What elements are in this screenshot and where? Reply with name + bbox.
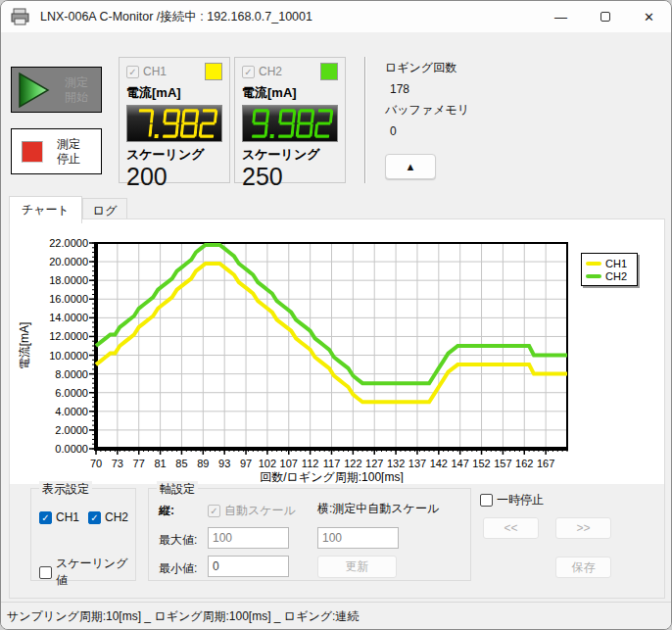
maximize-icon: [600, 12, 610, 22]
vertical-separator: [364, 57, 365, 183]
svg-text:18.0000: 18.0000: [49, 274, 88, 286]
axis-settings-group: 軸設定 縦: 自動スケール 横:測定中自動スケール 最大値: 最小値: 更新: [148, 488, 471, 581]
svg-text:20.0000: 20.0000: [49, 256, 88, 267]
svg-text:6.0000: 6.0000: [55, 387, 88, 399]
ch1-current-label: 電流[mA]: [126, 84, 222, 102]
svg-text:127: 127: [365, 458, 383, 469]
svg-text:117: 117: [323, 458, 341, 469]
measure-start-button[interactable]: 測定開始: [11, 67, 102, 113]
ch2-color-swatch: [320, 63, 338, 80]
logging-count-value: 178: [390, 82, 469, 96]
horizontal-axis-label: 横:測定中自動スケール: [317, 501, 439, 517]
svg-text:152: 152: [472, 458, 490, 469]
svg-text:77: 77: [133, 458, 145, 469]
ch1-seven-segment-display: [126, 105, 222, 142]
logging-count-label: ロギング回数: [385, 60, 469, 76]
autoscale-checkbox[interactable]: [208, 505, 220, 517]
min-value-input[interactable]: [208, 556, 289, 577]
svg-text:137: 137: [408, 458, 426, 469]
svg-text:157: 157: [494, 458, 511, 469]
maximize-button[interactable]: [583, 1, 627, 32]
ch2-scaling-value: 250: [242, 165, 338, 189]
buffer-memory-value: 0: [390, 124, 469, 138]
status-bar: サンプリング周期:10[ms] _ ロギング周期:100[ms] _ ロギング:…: [1, 602, 671, 630]
buffer-memory-label: バッファメモリ: [385, 102, 469, 119]
max-value-label: 最大値:: [159, 532, 197, 549]
pause-checkbox-row[interactable]: 一時停止: [480, 492, 544, 509]
pause-checkbox[interactable]: [480, 494, 493, 507]
start-label-line2: 開始: [65, 90, 88, 105]
svg-text:70: 70: [90, 458, 102, 469]
channel-panel-ch1: CH1 電流[mA] スケーリング 200: [119, 57, 230, 183]
legend-label-ch2: CH2: [605, 270, 627, 282]
svg-text:93: 93: [218, 458, 230, 469]
ch1-color-swatch: [205, 63, 222, 80]
max-value-input[interactable]: [208, 527, 289, 549]
legend-item-ch2: CH2: [586, 269, 633, 282]
svg-text:112: 112: [302, 458, 319, 469]
autoscale-checkbox-row[interactable]: 自動スケール: [208, 503, 296, 519]
ch1-line-sample: [586, 262, 601, 266]
display-settings-title: 表示設定: [39, 481, 92, 498]
ch2-display-label: CH2: [105, 510, 128, 524]
svg-text:132: 132: [387, 458, 405, 469]
display-settings-group: 表示設定 CH1 CH2 スケーリング値: [30, 488, 136, 581]
stop-label-line2: 停止: [57, 152, 80, 167]
svg-text:電流[mA]: 電流[mA]: [18, 322, 31, 370]
pause-label: 一時停止: [497, 492, 544, 509]
svg-text:14.0000: 14.0000: [49, 312, 88, 323]
ch1-display-checkbox-row[interactable]: CH1: [39, 510, 79, 524]
channel-panel-ch2: CH2 電流[mA] スケーリング 250: [234, 57, 346, 183]
chart-plot: 22.000020.000018.000016.000014.000012.00…: [15, 226, 649, 483]
ch1-display-checkbox[interactable]: [39, 511, 52, 524]
svg-text:12.0000: 12.0000: [49, 330, 88, 342]
ch1-enable-checkbox[interactable]: [126, 66, 139, 78]
svg-text:10.0000: 10.0000: [49, 350, 88, 362]
update-button[interactable]: 更新: [317, 556, 397, 578]
svg-text:107: 107: [280, 458, 298, 469]
ch1-scaling-value: 200: [126, 165, 222, 189]
measure-stop-button[interactable]: 測定停止: [11, 128, 102, 174]
autoscale-label: 自動スケール: [224, 503, 296, 519]
expand-button[interactable]: ▲: [385, 154, 436, 179]
back-button[interactable]: <<: [483, 517, 539, 539]
axis-settings-title: 軸設定: [157, 481, 198, 498]
scaling-checkbox-row[interactable]: スケーリング値: [39, 556, 135, 589]
min-value-label: 最小値:: [159, 560, 197, 577]
horizontal-scale-input[interactable]: [317, 527, 399, 549]
svg-text:回数/ロギング周期:100[ms]: 回数/ロギング周期:100[ms]: [260, 470, 403, 483]
tab-chart[interactable]: チャート: [9, 196, 82, 223]
svg-text:16.0000: 16.0000: [49, 293, 88, 305]
scaling-value-checkbox[interactable]: [39, 566, 52, 579]
svg-text:0.0000: 0.0000: [55, 443, 88, 455]
svg-text:142: 142: [430, 458, 448, 469]
up-triangle-icon: ▲: [406, 161, 416, 172]
svg-text:4.0000: 4.0000: [55, 406, 88, 417]
svg-text:167: 167: [537, 458, 554, 469]
svg-text:89: 89: [197, 458, 209, 469]
close-button[interactable]: ✕: [627, 1, 671, 32]
svg-text:147: 147: [452, 458, 469, 469]
legend-item-ch1: CH1: [586, 257, 633, 269]
vertical-axis-label: 縦:: [159, 503, 174, 519]
ch2-display-checkbox[interactable]: [88, 511, 101, 524]
svg-text:22.0000: 22.0000: [49, 237, 88, 249]
ch2-line-sample: [586, 274, 601, 278]
ch2-display-checkbox-row[interactable]: CH2: [88, 510, 128, 524]
svg-text:97: 97: [240, 458, 252, 469]
ch2-enable-checkbox[interactable]: [242, 66, 255, 78]
svg-text:73: 73: [112, 458, 123, 469]
minimize-button[interactable]: —: [539, 1, 583, 32]
svg-text:162: 162: [515, 458, 533, 469]
save-button[interactable]: 保存: [555, 557, 611, 578]
window-title: LNX-006A C-Monitor /接続中 : 192.168.0.7_10…: [40, 9, 312, 25]
chart-area: 22.000020.000018.000016.000014.000012.00…: [10, 219, 664, 484]
stop-icon: [22, 141, 43, 163]
stop-label-line1: 測定: [57, 137, 80, 152]
svg-text:2.0000: 2.0000: [55, 424, 88, 436]
svg-text:8.0000: 8.0000: [55, 368, 88, 380]
start-label-line1: 測定: [65, 75, 88, 90]
forward-button[interactable]: >>: [555, 517, 611, 539]
chart-legend: CH1 CH2: [581, 253, 638, 286]
svg-text:122: 122: [344, 458, 361, 469]
